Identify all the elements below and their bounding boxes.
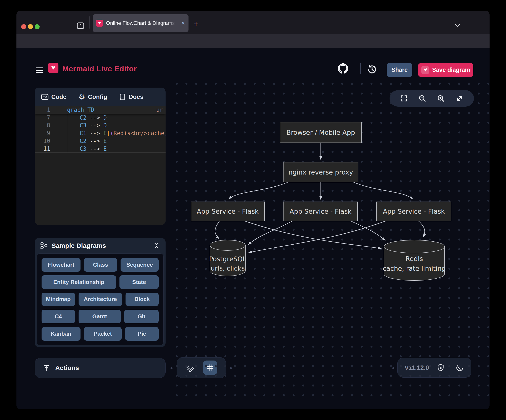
edge-app3-redis [419,221,425,237]
tab-config[interactable]: ⚙ Config [79,92,107,101]
line-number: 11 [35,145,56,152]
code-line-8[interactable]: 8C3 --> D [35,122,166,129]
code-panel: Code ⚙ Config Docs 1graph TDur7C2 --> D8… [35,88,166,225]
diagram-tree-icon [40,242,48,249]
app-title: Mermaid Live Editor [62,65,137,73]
edge-app3-postgres [249,221,386,253]
canvas-controls [390,90,474,107]
svg-text:PostgreSQL: PostgreSQL [209,255,246,263]
diagram-canvas[interactable]: Browser / Mobile App nginx reverse proxy… [168,82,490,398]
code-tab-icon [41,94,48,100]
line-content: C2 --> D [56,114,107,122]
new-tab-button[interactable]: + [193,19,199,29]
edge-app1-redis [245,221,381,249]
line-number: 9 [35,129,56,137]
tab-title: Online FlowChart & Diagrams Ed [106,20,175,26]
tab-overview-icon[interactable] [76,21,85,30]
sample-block[interactable]: Block [126,293,159,306]
sample-flowchart[interactable]: Flowchart [41,258,80,272]
code-lines: 1graph TDur7C2 --> D8C3 --> D9C1 --> E[(… [35,106,166,153]
save-diagram-label: Save diagram [432,67,470,73]
indent-guide [67,114,67,153]
github-icon[interactable] [338,63,348,74]
code-panel-tabs: Code ⚙ Config Docs [35,88,166,106]
sample-sequence[interactable]: Sequence [120,258,159,272]
line-number: 1 [35,106,56,114]
line-content: C1 --> E[(Redis<br/>cache, [56,129,166,137]
sample-state[interactable]: State [120,275,159,289]
line-content: C3 --> D [56,122,107,129]
code-line-1[interactable]: 1graph TDur [35,106,166,114]
mermaid-favicon-icon [96,20,103,26]
sample-entity-relationship[interactable]: Entity Relationship [41,275,116,289]
save-diagram-button[interactable]: Save diagram [418,63,473,77]
line-number: 8 [35,122,56,129]
sample-packet[interactable]: Packet [84,327,122,341]
history-icon[interactable] [366,64,378,75]
sample-diagrams-panel: Sample Diagrams FlowchartClassSequenceEn… [35,238,166,347]
tab-list-chevron-icon[interactable] [454,22,461,29]
line-content: C3 --> E [56,145,107,152]
app-hamburger-icon[interactable] [36,66,43,75]
tab-docs[interactable]: Docs [119,93,143,100]
sample-architecture[interactable]: Architecture [79,293,122,306]
svg-text:urls, clicks: urls, clicks [211,264,245,272]
line-content: C2 --> E [56,137,107,145]
close-window-button[interactable] [21,24,26,29]
mermaid-live-editor-app: Mermaid Live Editor Share Save diagram [16,48,490,409]
zoom-in-icon[interactable] [437,94,445,103]
code-line-7[interactable]: 7C2 --> D [35,114,166,122]
node-postgres-cylinder: PostgreSQL urls, clicks [209,240,246,276]
fullscreen-icon[interactable] [400,94,408,102]
svg-text:Redis: Redis [406,255,423,262]
line-number: 7 [35,114,56,122]
sample-mindmap[interactable]: Mindmap [41,293,75,306]
minimize-window-button[interactable] [28,24,33,29]
sample-c4[interactable]: C4 [41,310,75,323]
sample-class[interactable]: Class [84,258,117,272]
code-line-11[interactable]: 11C3 --> E [35,145,166,153]
tab-close-icon[interactable]: × [182,20,185,26]
share-button[interactable]: Share [387,63,412,77]
sample-gantt[interactable]: Gantt [79,310,121,323]
svg-text:App Service - Flask: App Service - Flask [197,208,259,215]
edge-app1-postgres [215,221,220,239]
svg-text:App Service - Flask: App Service - Flask [383,208,445,215]
browser-tabbar: Online FlowChart & Diagrams Ed × + [16,11,490,34]
svg-text:Browser / Mobile App: Browser / Mobile App [286,129,355,136]
resize-diagonal-icon[interactable] [455,94,464,103]
code-line-10[interactable]: 10C2 --> E [35,137,166,145]
actions-label: Actions [55,364,79,372]
tab-code[interactable]: Code [41,93,67,100]
active-tab[interactable]: Online FlowChart & Diagrams Ed × [93,14,188,32]
gear-icon: ⚙ [79,92,85,101]
code-line-9[interactable]: 9C1 --> E[(Redis<br/>cache, [35,129,166,137]
sample-pie[interactable]: Pie [125,327,159,341]
node-app-service-1: App Service - Flask [191,202,265,221]
header-divider [360,63,361,74]
mermaid-logo-icon[interactable] [48,63,59,73]
tab-docs-label: Docs [129,93,143,100]
svg-text:cache, rate limiting: cache, rate limiting [383,265,446,272]
code-editor[interactable]: 1graph TDur7C2 --> D8C3 --> D9C1 --> E[(… [35,106,166,225]
maximize-window-button[interactable] [35,24,40,29]
collapse-icon[interactable] [153,242,160,249]
actions-bar[interactable]: Actions [35,358,166,378]
svg-text:App Service - Flask: App Service - Flask [290,208,352,215]
book-icon [119,93,126,100]
mermaid-diagram: Browser / Mobile App nginx reverse proxy… [168,82,490,398]
edge-nginx-app3 [352,182,413,199]
tab-config-label: Config [88,93,107,100]
node-browser: Browser / Mobile App [280,122,361,143]
sample-buttons-grid: FlowchartClassSequenceEntity Relationshi… [37,254,164,345]
svg-text:nginx reverse proxy: nginx reverse proxy [288,169,353,176]
browser-window: Online FlowChart & Diagrams Ed × + [16,11,490,409]
zoom-out-icon[interactable] [418,94,426,103]
tab-code-label: Code [51,93,67,100]
sample-git[interactable]: Git [124,310,159,323]
save-mermaid-icon [421,66,429,74]
node-nginx: nginx reverse proxy [283,162,358,182]
node-app-service-3: App Service - Flask [377,202,451,221]
sample-kanban[interactable]: Kanban [41,327,80,341]
tabbar-divider [89,16,90,29]
